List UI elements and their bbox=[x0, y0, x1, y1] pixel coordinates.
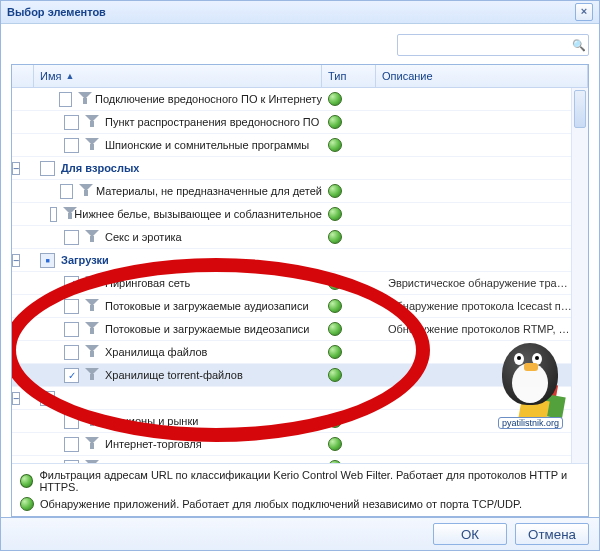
filter-icon bbox=[85, 230, 99, 244]
globe-icon bbox=[20, 474, 33, 488]
row-label: Секс и эротика bbox=[105, 231, 182, 243]
table-row[interactable]: Потоковые и загружаемые видеозаписиОбнар… bbox=[12, 318, 572, 341]
group-row[interactable] bbox=[12, 387, 572, 410]
table-row[interactable]: Пункт распространения вредоносного ПО bbox=[12, 111, 572, 134]
globe-icon bbox=[328, 138, 342, 152]
checkbox[interactable] bbox=[64, 138, 79, 153]
table-row[interactable]: Материалы, не предназначенные для детей bbox=[12, 180, 572, 203]
dialog-body: 🔍 Имя ▲ Тип Описание Подключение вредоно… bbox=[1, 24, 599, 517]
filter-icon bbox=[85, 414, 99, 428]
search-bar: 🔍 bbox=[11, 34, 589, 56]
grid-viewport: Подключение вредоносного ПО к ИнтернетуП… bbox=[12, 88, 588, 463]
table-row[interactable]: Пиринговая сетьЭвристическое обнаружение… bbox=[12, 272, 572, 295]
group-row[interactable]: Загрузки bbox=[12, 249, 572, 272]
header-name[interactable]: Имя ▲ bbox=[34, 65, 322, 87]
table-row[interactable]: Потоковые и загружаемые аудиозаписиОбнар… bbox=[12, 295, 572, 318]
header-type[interactable]: Тип bbox=[322, 65, 376, 87]
checkbox[interactable] bbox=[59, 92, 71, 107]
checkbox[interactable] bbox=[64, 345, 79, 360]
checkbox[interactable] bbox=[50, 207, 57, 222]
filter-icon bbox=[78, 92, 89, 106]
row-label: Интернет-торговля bbox=[105, 438, 202, 450]
globe-icon bbox=[328, 437, 342, 451]
filter-icon bbox=[85, 115, 99, 129]
scrollbar-thumb[interactable] bbox=[574, 90, 586, 128]
row-label: Хранилище torrent-файлов bbox=[105, 369, 243, 381]
checkbox[interactable] bbox=[60, 184, 73, 199]
search-icon[interactable]: 🔍 bbox=[570, 39, 588, 52]
filter-icon bbox=[85, 368, 99, 382]
vertical-scrollbar[interactable] bbox=[571, 88, 588, 463]
globe-icon bbox=[328, 92, 342, 106]
filter-icon bbox=[63, 207, 69, 221]
row-description: Эвристическое обнаружение трафика P… bbox=[382, 277, 572, 289]
filter-icon bbox=[85, 276, 99, 290]
legend-line-url: Фильтрация адресам URL по классификации … bbox=[20, 469, 580, 493]
checkbox[interactable] bbox=[40, 391, 55, 406]
legend-line-app: Обнаружение приложений. Работает для люб… bbox=[20, 497, 580, 511]
filter-icon bbox=[85, 460, 99, 463]
group-label: Загрузки bbox=[61, 254, 109, 266]
table-row[interactable]: Хранилища файлов bbox=[12, 341, 572, 364]
row-label: Каталоги bbox=[105, 461, 151, 463]
header-expander[interactable] bbox=[12, 65, 34, 87]
table-row[interactable]: Нижнее белье, вызывающее и соблазнительн… bbox=[12, 203, 572, 226]
row-label: Хранилища файлов bbox=[105, 346, 207, 358]
table-row[interactable]: Интернет-торговля bbox=[12, 433, 572, 456]
table-row[interactable]: Секс и эротика bbox=[12, 226, 572, 249]
row-label: Шпионские и сомнительные программы bbox=[105, 139, 309, 151]
globe-icon bbox=[20, 497, 34, 511]
grid-panel: Имя ▲ Тип Описание Подключение вредоносн… bbox=[11, 64, 589, 517]
row-label: Материалы, не предназначенные для детей bbox=[96, 185, 322, 197]
checkbox[interactable] bbox=[64, 414, 79, 429]
header-desc[interactable]: Описание bbox=[376, 65, 588, 87]
column-headers: Имя ▲ Тип Описание bbox=[12, 65, 588, 88]
checkbox[interactable] bbox=[64, 276, 79, 291]
collapse-icon[interactable] bbox=[12, 254, 20, 267]
group-label: Для взрослых bbox=[61, 162, 139, 174]
filter-icon bbox=[85, 437, 99, 451]
checkbox[interactable] bbox=[40, 253, 55, 268]
collapse-icon[interactable] bbox=[12, 162, 20, 175]
checkbox[interactable] bbox=[64, 368, 79, 383]
search-box[interactable]: 🔍 bbox=[397, 34, 589, 56]
table-row[interactable]: Аукционы и рынки bbox=[12, 410, 572, 433]
globe-icon bbox=[328, 460, 342, 463]
globe-icon bbox=[328, 299, 342, 313]
globe-icon bbox=[328, 115, 342, 129]
globe-icon bbox=[328, 276, 342, 290]
checkbox[interactable] bbox=[64, 437, 79, 452]
table-row[interactable]: Подключение вредоносного ПО к Интернету bbox=[12, 88, 572, 111]
globe-icon bbox=[328, 414, 342, 428]
checkbox[interactable] bbox=[64, 460, 79, 464]
close-icon[interactable]: × bbox=[575, 3, 593, 21]
window-title: Выбор элементов bbox=[7, 6, 106, 18]
dialog-window: Выбор элементов × 🔍 Имя ▲ Тип Описание bbox=[0, 0, 600, 551]
globe-icon bbox=[328, 184, 342, 198]
row-label: Нижнее белье, вызывающее и соблазнительн… bbox=[74, 208, 322, 220]
checkbox[interactable] bbox=[64, 115, 79, 130]
filter-icon bbox=[79, 184, 91, 198]
row-label: Пункт распространения вредоносного ПО bbox=[105, 116, 319, 128]
ok-button[interactable]: ОК bbox=[433, 523, 507, 545]
table-row[interactable]: Хранилище torrent-файлов bbox=[12, 364, 572, 387]
dialog-footer: ОК Отмена bbox=[1, 517, 599, 550]
checkbox[interactable] bbox=[64, 230, 79, 245]
row-label: Потоковые и загружаемые видеозаписи bbox=[105, 323, 309, 335]
checkbox[interactable] bbox=[40, 161, 55, 176]
titlebar: Выбор элементов × bbox=[1, 1, 599, 24]
row-description: Обнаружение протоколов RTMP, RTSP, … bbox=[382, 323, 572, 335]
row-label: Аукционы и рынки bbox=[105, 415, 198, 427]
checkbox[interactable] bbox=[64, 322, 79, 337]
grid-rows: Подключение вредоносного ПО к ИнтернетуП… bbox=[12, 88, 572, 463]
filter-icon bbox=[85, 138, 99, 152]
search-input[interactable] bbox=[398, 36, 570, 54]
collapse-icon[interactable] bbox=[12, 392, 20, 405]
table-row[interactable]: Каталоги bbox=[12, 456, 572, 463]
globe-icon bbox=[328, 345, 342, 359]
checkbox[interactable] bbox=[64, 299, 79, 314]
table-row[interactable]: Шпионские и сомнительные программы bbox=[12, 134, 572, 157]
group-row[interactable]: Для взрослых bbox=[12, 157, 572, 180]
cancel-button[interactable]: Отмена bbox=[515, 523, 589, 545]
globe-icon bbox=[328, 368, 342, 382]
